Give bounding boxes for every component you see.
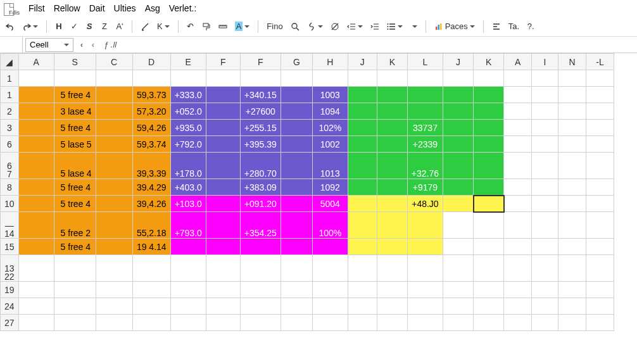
cell[interactable] [281,196,312,212]
cell[interactable] [586,179,614,196]
cell[interactable]: 5 free 4 [54,239,96,255]
cell[interactable] [474,255,504,282]
cell[interactable] [443,239,474,255]
menu-ulties[interactable]: Ulties [114,3,136,13]
cell[interactable] [281,120,312,136]
cell[interactable] [504,70,532,87]
row-header[interactable]: 24 [1,298,19,315]
tool-a2[interactable]: A' [114,20,125,34]
cell[interactable] [281,179,312,196]
undo-icon[interactable] [4,20,16,34]
link-icon[interactable] [305,20,325,34]
cell[interactable] [18,120,54,136]
row-header[interactable]: 8 [1,179,19,196]
col-header[interactable]: F [206,54,240,70]
cell[interactable] [377,103,407,120]
row-header[interactable]: 1 [1,87,19,103]
cell[interactable] [96,103,132,120]
cell[interactable] [281,70,312,87]
fx-fwd[interactable]: ‹ [87,40,99,49]
row-header[interactable]: 6 [1,136,19,153]
cell[interactable] [281,315,312,331]
col-header[interactable]: H [312,54,348,70]
cell[interactable] [532,136,558,153]
cell[interactable]: 39.4.29 [132,179,170,196]
cell[interactable] [532,153,558,179]
cell[interactable] [558,282,586,298]
cell[interactable] [586,282,614,298]
cell[interactable] [18,87,54,103]
cell[interactable]: 5 free 2 [54,212,96,239]
tool-paces[interactable]: Paces [432,20,477,34]
cell[interactable]: +2339 [407,136,443,153]
cell[interactable] [348,103,377,120]
cell[interactable] [281,239,312,255]
more-icon[interactable] [408,20,419,34]
cell[interactable] [348,153,377,179]
cell[interactable] [443,212,474,239]
row-header[interactable]: 27 [1,315,19,331]
cell[interactable]: +280.70 [240,153,281,179]
cell[interactable] [96,298,132,315]
col-header[interactable]: -L [586,54,614,70]
strike-icon[interactable] [329,20,341,34]
col-header[interactable]: E [170,54,206,70]
cell[interactable] [377,153,407,179]
cell[interactable] [206,255,240,282]
name-box[interactable]: Ceell [25,38,73,52]
highlight-a[interactable]: A [233,20,252,34]
cell[interactable] [586,70,614,87]
tool-h[interactable]: H [53,20,65,34]
cell[interactable] [206,153,240,179]
cell[interactable] [504,298,532,315]
cell[interactable]: 3 lase 4 [54,103,96,120]
col-header[interactable]: S [54,54,96,70]
col-header[interactable]: I [532,54,558,70]
cell[interactable] [504,153,532,179]
cell[interactable]: 1092 [312,179,348,196]
cell[interactable] [54,70,96,87]
cell[interactable] [54,315,96,331]
cell[interactable] [348,239,377,255]
cell[interactable]: 55,2.18 [132,212,170,239]
cell[interactable] [586,196,614,212]
cell[interactable] [18,153,54,179]
cell[interactable]: 102% [312,120,348,136]
cell[interactable] [281,298,312,315]
cell[interactable] [170,239,206,255]
cell[interactable] [407,87,443,103]
row-header[interactable]: 1 [1,70,19,87]
cell[interactable]: +091.20 [240,196,281,212]
tool-k[interactable]: K [155,20,172,34]
cell[interactable] [407,282,443,298]
cell[interactable]: 1002 [312,136,348,153]
cell[interactable] [443,120,474,136]
cell[interactable] [206,136,240,153]
format-paint-icon[interactable] [200,20,213,34]
cell[interactable]: +792.0 [170,136,206,153]
cell[interactable] [206,103,240,120]
cell[interactable] [558,196,586,212]
col-header[interactable]: C [96,54,132,70]
cell[interactable]: +32.76 [407,153,443,179]
cell[interactable] [132,70,170,87]
tool-z[interactable]: Z [99,20,110,34]
cell[interactable] [281,103,312,120]
cell[interactable] [377,282,407,298]
cell[interactable] [206,212,240,239]
cell[interactable]: 1003 [312,87,348,103]
cell[interactable] [558,87,586,103]
row-header[interactable]: 1322 [1,255,19,282]
cell[interactable] [532,120,558,136]
cell[interactable] [206,239,240,255]
cell[interactable] [206,179,240,196]
cell[interactable] [443,298,474,315]
cell[interactable] [96,255,132,282]
cell[interactable] [504,282,532,298]
cell[interactable] [18,239,54,255]
cell[interactable]: 39,3.39 [132,153,170,179]
cell[interactable] [532,179,558,196]
menu-rellow[interactable]: Rellow [54,3,80,13]
cell[interactable] [96,196,132,212]
cell[interactable] [504,255,532,282]
